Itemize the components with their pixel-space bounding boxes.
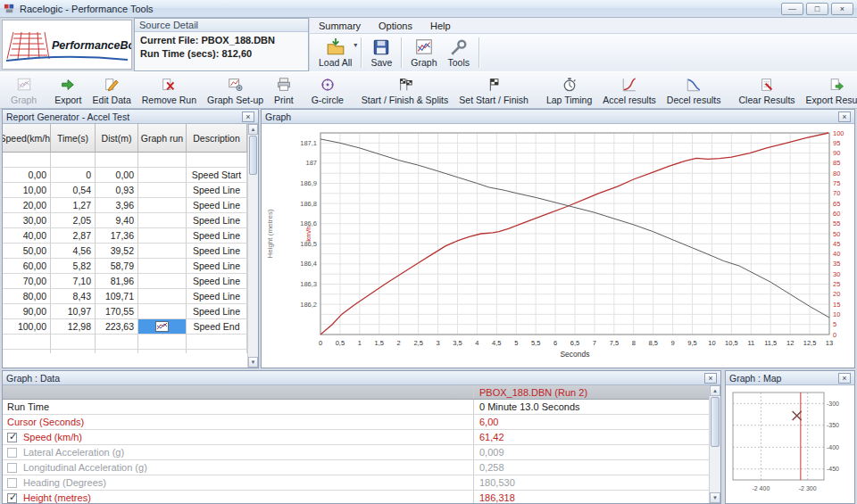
row-checkbox[interactable] (7, 478, 17, 488)
toolbar-button-export[interactable]: Export (49, 73, 87, 107)
report-cell[interactable] (3, 153, 51, 168)
row-checkbox[interactable] (7, 493, 17, 503)
report-cell[interactable]: 2,87 (51, 228, 96, 244)
toolbar-button-export-results[interactable]: Export Results (801, 73, 857, 107)
data-close-icon[interactable]: × (704, 373, 717, 384)
report-cell[interactable]: 81,96 (96, 274, 138, 289)
menu-summary[interactable]: Summary (310, 19, 370, 33)
toolbar-button-tools[interactable]: Tools (443, 36, 476, 70)
speed-height-chart[interactable]: 00,511,522,533,544,555,566,577,588,599,5… (262, 124, 854, 368)
scroll-down-icon[interactable]: ▼ (248, 357, 258, 368)
report-cell[interactable]: Speed Start (187, 350, 247, 353)
report-cell[interactable]: 80,00 (3, 289, 51, 304)
report-cell[interactable]: 39,52 (96, 244, 138, 259)
report-cell[interactable]: 0,54 (51, 183, 96, 198)
scroll-up-icon[interactable]: ▲ (248, 124, 258, 135)
report-cell[interactable]: 0 (51, 350, 96, 353)
graph-run-selected-cell[interactable] (138, 319, 187, 335)
report-column-header[interactable]: Time(s) (51, 124, 96, 153)
toolbar-button-load-all[interactable]: ▾Load All (313, 36, 357, 70)
report-cell[interactable] (51, 153, 96, 168)
report-cell[interactable]: 60,00 (3, 259, 51, 274)
report-cell[interactable]: 17,36 (96, 228, 138, 244)
report-cell[interactable]: 5,82 (51, 259, 96, 274)
toolbar-button-accel-results[interactable]: Accel results (597, 73, 661, 107)
report-cell[interactable]: 30,00 (3, 213, 51, 228)
report-cell[interactable]: 1,27 (51, 198, 96, 213)
row-checkbox[interactable] (7, 433, 17, 442)
graph-run-cell[interactable] (138, 198, 187, 213)
report-cell[interactable]: Speed Line (187, 213, 247, 228)
report-cell[interactable]: 3,96 (96, 198, 138, 213)
report-cell[interactable]: 0,93 (96, 183, 138, 198)
toolbar-button-remove-run[interactable]: Remove Run (137, 73, 202, 107)
toolbar-button-save[interactable]: Save (365, 36, 397, 70)
report-cell[interactable]: Speed End (187, 319, 247, 335)
report-cell[interactable]: 0,00 (3, 350, 51, 353)
scroll-up-icon[interactable]: ▲ (710, 385, 720, 396)
maximize-button[interactable]: □ (806, 3, 828, 15)
graph-run-cell[interactable] (138, 168, 187, 183)
report-cell[interactable]: 10,97 (51, 304, 96, 319)
report-cell[interactable]: 70,00 (3, 274, 51, 289)
report-cell[interactable] (96, 335, 138, 350)
graph-run-cell[interactable] (138, 228, 187, 244)
data-scrollbar[interactable]: ▲ ▼ (709, 385, 720, 503)
report-cell[interactable] (51, 335, 96, 350)
graph-run-cell[interactable] (138, 350, 187, 353)
report-cell[interactable]: Speed Line (187, 259, 247, 274)
report-cell[interactable]: 170,55 (96, 304, 138, 319)
toolbar-button-set-start-finish[interactable]: Set Start / Finish (453, 73, 534, 107)
graph-run-cell[interactable] (138, 259, 187, 274)
graph-run-cell[interactable] (138, 335, 187, 350)
minimize-button[interactable]: — (781, 3, 803, 15)
graph-run-cell[interactable] (138, 289, 187, 304)
report-cell[interactable]: 2,05 (51, 213, 96, 228)
report-cell[interactable] (3, 335, 51, 350)
graph-run-cell[interactable] (138, 244, 187, 259)
scroll-thumb[interactable] (711, 397, 720, 447)
toolbar-button-graph-setup[interactable]: Graph Set-up (202, 73, 269, 107)
report-cell[interactable]: 0,00 (96, 350, 138, 353)
report-cell[interactable]: 223,63 (96, 319, 138, 335)
toolbar-button-clear-results[interactable]: Clear Results (734, 73, 801, 107)
report-cell[interactable] (187, 153, 247, 168)
dropdown-arrow-icon[interactable]: ▾ (354, 41, 357, 49)
report-column-header[interactable]: Graph run (138, 124, 187, 153)
graph-run-cell[interactable] (138, 153, 187, 168)
graph-run-cell[interactable] (138, 274, 187, 289)
report-cell[interactable]: 50,00 (3, 244, 51, 259)
row-checkbox[interactable] (7, 463, 17, 473)
graph-run-cell[interactable] (138, 213, 187, 228)
report-cell[interactable] (187, 335, 247, 350)
report-scrollbar[interactable]: ▲ ▼ (247, 124, 258, 368)
graph-close-icon[interactable]: × (838, 112, 851, 122)
report-cell[interactable]: Speed Line (187, 289, 247, 304)
report-cell[interactable]: 9,40 (96, 213, 138, 228)
report-cell[interactable]: 0 (51, 168, 96, 183)
report-cell[interactable]: Speed Line (187, 183, 247, 198)
toolbar-button-graph[interactable]: Graph (405, 36, 442, 70)
report-cell[interactable]: 7,10 (51, 274, 96, 289)
toolbar-button-g-circle[interactable]: G-circle (306, 73, 349, 107)
report-cell[interactable]: 0,00 (3, 168, 51, 183)
report-cell[interactable]: 100,00 (3, 319, 51, 335)
report-cell[interactable]: 12,98 (51, 319, 96, 335)
report-cell[interactable]: Speed Line (187, 304, 247, 319)
graph-run-cell[interactable] (138, 304, 187, 319)
toolbar-button-decel-results[interactable]: Decel results (661, 73, 727, 107)
menu-options[interactable]: Options (370, 19, 421, 33)
report-cell[interactable]: 0,00 (96, 168, 138, 183)
report-cell[interactable]: Speed Start (187, 168, 247, 183)
toolbar-button-start-finish-splits[interactable]: Start / Finish & Splits (356, 73, 453, 107)
report-cell[interactable]: Speed Line (187, 198, 247, 213)
position-map-chart[interactable]: -2 400-2 300-300-350-400-450 (726, 385, 854, 503)
graph-run-cell[interactable] (138, 183, 187, 198)
scroll-down-icon[interactable]: ▼ (710, 492, 720, 503)
report-column-header[interactable]: Dist(m) (96, 124, 138, 153)
report-cell[interactable]: Speed Line (187, 228, 247, 244)
menu-help[interactable]: Help (421, 19, 460, 33)
report-cell[interactable]: 8,43 (51, 289, 96, 304)
scroll-thumb[interactable] (249, 136, 257, 175)
report-cell[interactable]: 58,79 (96, 259, 138, 274)
